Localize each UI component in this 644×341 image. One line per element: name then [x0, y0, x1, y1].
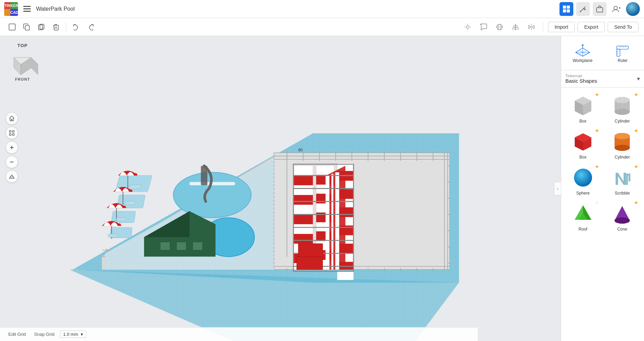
svg-rect-170 [617, 49, 620, 56]
shape-img-cylinder-orange [610, 129, 635, 154]
shape-cylinder-gray[interactable]: ★ Cylinder [603, 90, 642, 125]
toolbar-sep-1 [66, 22, 66, 32]
shape-label-sphere-blue: Sphere [576, 191, 590, 196]
grid-view-btn[interactable] [559, 2, 573, 16]
svg-rect-157 [298, 244, 323, 257]
shape-box-gray[interactable]: ★ Box [564, 90, 602, 125]
svg-point-9 [614, 6, 617, 10]
svg-rect-111 [193, 242, 202, 250]
shape-pyramid-green[interactable]: ☆ Roof [564, 198, 602, 233]
shape-img-pyramid-green [571, 201, 596, 226]
shape-img-cone-purple [610, 201, 635, 226]
svg-point-16 [466, 26, 469, 28]
scene-area[interactable]: 80 [0, 36, 561, 341]
right-panel: Workplane [561, 36, 644, 341]
user-avatar[interactable] [626, 2, 640, 16]
shape-sphere-blue[interactable]: ★ Sphere [564, 162, 602, 197]
svg-marker-29 [532, 25, 534, 29]
mirror-btn[interactable] [525, 20, 538, 34]
ruler-label: Ruler [618, 58, 628, 63]
shape-star-cylinder-orange: ★ [634, 128, 638, 133]
export-btn[interactable]: Export [577, 22, 605, 32]
logo-blank [4, 9, 10, 16]
svg-rect-8 [597, 8, 603, 12]
svg-point-187 [615, 97, 630, 103]
comment-btn[interactable] [477, 20, 490, 34]
toolbar: Import Export Send To [0, 18, 644, 36]
right-tools: Workplane [561, 36, 644, 70]
shapes-category: Tinkercad [565, 74, 597, 78]
svg-marker-28 [529, 25, 531, 29]
import-btn[interactable]: Import [548, 22, 575, 32]
svg-rect-13 [25, 26, 29, 30]
copy-paste-btn[interactable] [20, 20, 33, 34]
delete-btn[interactable] [49, 20, 62, 34]
svg-rect-4 [567, 6, 570, 9]
svg-point-186 [615, 109, 630, 115]
shape-img-box-red [571, 129, 596, 154]
shape-star-cone-purple: ★ [634, 200, 638, 205]
shapes-dropdown[interactable]: Tinkercad Basic Shapes ▾ [561, 70, 644, 88]
shape-label-scribble: Scribble [615, 191, 630, 196]
svg-rect-120 [116, 218, 126, 221]
shape-star-box-red: ★ [595, 128, 599, 133]
new-btn[interactable] [6, 20, 19, 34]
snap-grid-value[interactable]: 1.0 mm ▾ [60, 331, 86, 338]
shapes-grid: ★ Box ★ [561, 88, 644, 236]
redo-btn[interactable] [84, 20, 97, 34]
workplane-icon [574, 43, 591, 57]
logo-ker: KER [10, 2, 18, 9]
shape-star-cylinder-gray: ★ [634, 92, 638, 97]
logo-tin: TIN [4, 2, 10, 9]
svg-rect-5 [563, 9, 566, 12]
shape-label-box-red: Box [579, 155, 586, 160]
shape-cylinder-orange[interactable]: ★ Cylinder [603, 126, 642, 161]
shape-img-box-gray [571, 93, 596, 118]
shape-star-pyramid-green: ☆ [595, 200, 599, 205]
svg-rect-126 [293, 224, 313, 234]
svg-marker-168 [581, 44, 584, 46]
toolbar-right: Import Export Send To [461, 20, 638, 34]
edit-grid-btn[interactable]: Edit Grid [6, 330, 29, 338]
logo[interactable]: TIN KER CAD [4, 2, 18, 16]
ruler-btn[interactable]: Ruler [604, 40, 642, 66]
svg-rect-1 [23, 8, 31, 9]
light-btn[interactable] [461, 20, 474, 34]
project-name: WaterPark Pool [36, 6, 555, 12]
svg-rect-109 [160, 242, 170, 250]
svg-rect-118 [130, 184, 141, 189]
shape-scribble[interactable]: ★ Scribble [603, 162, 642, 197]
shape-label-cylinder-gray: Cylinder [615, 119, 630, 124]
viewport[interactable]: TOP FRONT [0, 36, 561, 341]
svg-point-198 [615, 133, 630, 139]
pickaxe-btn[interactable] [576, 2, 590, 16]
svg-rect-6 [567, 9, 570, 12]
menu-icon[interactable] [22, 4, 32, 14]
undo-btn[interactable] [70, 20, 83, 34]
align-btn[interactable] [509, 20, 522, 34]
shapes-dropdown-icon: ▾ [637, 75, 640, 82]
svg-rect-143 [337, 271, 354, 280]
main-content: TOP FRONT [0, 36, 644, 341]
svg-rect-2 [23, 11, 31, 12]
shape-img-sphere-blue [571, 165, 596, 190]
send-to-btn[interactable]: Send To [608, 22, 638, 32]
svg-rect-121 [108, 234, 117, 237]
suitcase-btn[interactable] [593, 2, 607, 16]
workplane-label: Workplane [573, 58, 592, 63]
svg-point-199 [574, 169, 592, 187]
ruler-icon [614, 43, 631, 57]
shape-cone-purple[interactable]: ★ Cone [603, 198, 642, 233]
svg-rect-0 [23, 6, 31, 7]
workplane-btn[interactable]: Workplane [564, 40, 601, 66]
svg-rect-125 [293, 205, 313, 214]
shape-label-box-gray: Box [579, 119, 586, 124]
bottom-bar: Edit Grid Snap Grid 1.0 mm ▾ [0, 327, 478, 341]
svg-rect-123 [293, 166, 313, 176]
shapes-header-left: Tinkercad Basic Shapes [565, 74, 597, 84]
add-user-btn[interactable] [609, 2, 623, 16]
copy-btn[interactable] [35, 20, 48, 34]
shape-box-red[interactable]: ★ Box [564, 126, 602, 161]
view-rotate-btn[interactable] [493, 20, 506, 34]
shapes-name: Basic Shapes [565, 78, 597, 84]
